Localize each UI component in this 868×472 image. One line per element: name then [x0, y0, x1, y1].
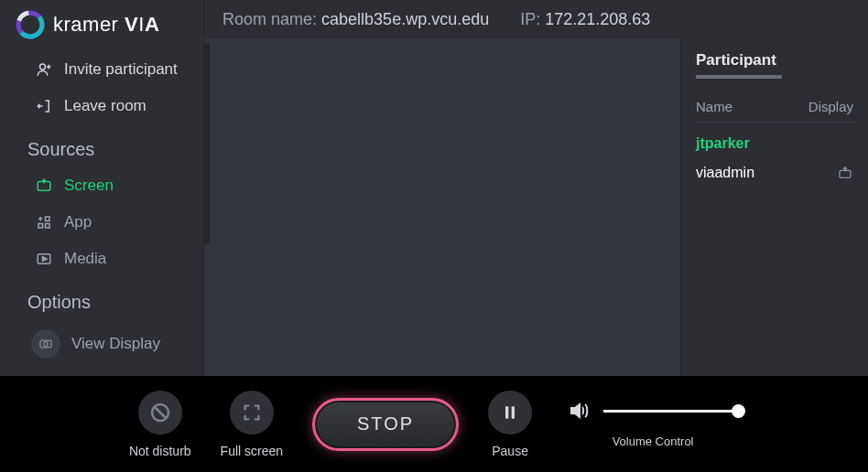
pause-button[interactable]	[488, 391, 532, 434]
presentation-stage	[204, 38, 680, 376]
participant-underline	[696, 75, 782, 79]
media-icon	[35, 251, 53, 267]
room-name-label: Room name:	[222, 10, 317, 28]
kramer-logo-icon	[15, 9, 46, 40]
view-display[interactable]: View Display	[0, 320, 203, 368]
participant-row[interactable]: viaadmin	[696, 152, 853, 181]
invite-icon	[35, 61, 53, 78]
svg-rect-5	[46, 217, 50, 221]
screen-share-icon	[35, 177, 53, 194]
view-display-icon	[31, 329, 60, 359]
volume-label: Volume Control	[613, 434, 694, 448]
invite-label: Invite participant	[64, 60, 178, 79]
svg-point-10	[44, 342, 49, 347]
speaker-icon[interactable]	[567, 400, 591, 422]
col-name: Name	[696, 99, 732, 114]
col-display: Display	[808, 99, 853, 114]
source-media[interactable]: Media	[0, 241, 203, 277]
svg-rect-14	[512, 406, 515, 418]
svg-point-3	[40, 64, 46, 70]
participant-row[interactable]: jtparker	[696, 123, 853, 152]
pause-icon	[501, 403, 519, 422]
full-screen-button[interactable]	[230, 391, 274, 434]
fullscreen-label: Full screen	[221, 444, 283, 458]
svg-rect-7	[46, 224, 50, 229]
invite-participant[interactable]: Invite participant	[0, 51, 203, 88]
room-header: Room name: cabellb35e.wp.vcu.edu IP: 172…	[204, 0, 868, 38]
participant-panel: Participant Name Display jtparker viaadm…	[680, 38, 868, 376]
source-app[interactable]: App	[0, 204, 203, 241]
volume-slider[interactable]	[603, 410, 739, 413]
dnd-label: Not disturb	[129, 444, 191, 458]
participant-title: Participant	[696, 51, 853, 70]
room-name-value: cabellb35e.wp.vcu.edu	[321, 10, 489, 28]
stop-button[interactable]: STOP	[312, 398, 459, 451]
ip-value: 172.21.208.63	[545, 10, 650, 28]
svg-rect-6	[38, 224, 43, 229]
source-app-label: App	[64, 213, 92, 231]
participant-name: jtparker	[696, 135, 750, 152]
fullscreen-icon	[242, 402, 262, 423]
share-to-display-icon[interactable]	[837, 166, 853, 180]
do-not-disturb-button[interactable]	[138, 391, 182, 434]
view-display-label: View Display	[71, 335, 160, 353]
volume-knob[interactable]	[732, 404, 745, 418]
pause-label: Pause	[492, 444, 528, 458]
svg-rect-13	[505, 406, 508, 418]
brand-logo: kramer VIA	[0, 0, 203, 51]
app-icon	[35, 214, 53, 231]
leave-room[interactable]: Leave room	[0, 88, 203, 124]
participant-name: viaadmin	[696, 165, 754, 181]
source-media-label: Media	[64, 250, 106, 268]
stop-label: STOP	[357, 413, 414, 434]
source-screen-label: Screen	[64, 177, 114, 195]
leave-icon	[35, 98, 53, 114]
options-heading: Options	[0, 277, 203, 320]
leave-label: Leave room	[64, 97, 146, 115]
sources-heading: Sources	[0, 124, 203, 167]
dnd-icon	[149, 402, 171, 424]
source-screen[interactable]: Screen	[0, 167, 203, 204]
ip-label: IP:	[520, 10, 540, 28]
